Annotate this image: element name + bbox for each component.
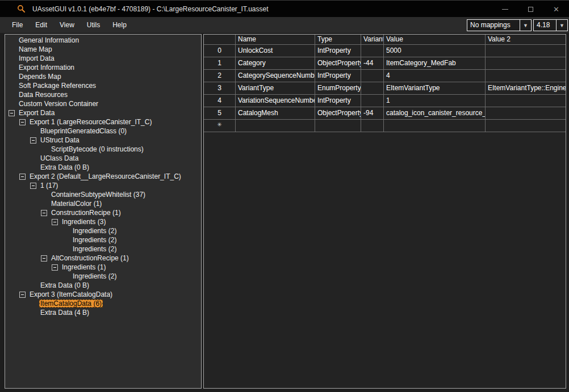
tree-item[interactable]: General Information xyxy=(5,36,201,45)
collapse-minus-icon[interactable] xyxy=(52,219,58,225)
minimize-button[interactable] xyxy=(492,1,518,18)
cell-variant[interactable] xyxy=(361,45,384,57)
tree-item[interactable]: Extra Data (0 B) xyxy=(5,281,201,290)
cell-name[interactable]: VariationSequenceNumber xyxy=(236,95,315,107)
column-header[interactable] xyxy=(204,35,236,45)
tree-item[interactable]: ConstructionRecipe (1) xyxy=(5,208,201,217)
tree-item[interactable]: ContainerSubtypeWhitelist (37) xyxy=(5,190,201,199)
maximize-button[interactable] xyxy=(518,1,543,18)
collapse-minus-icon[interactable] xyxy=(19,119,26,125)
row-header[interactable]: 5 xyxy=(204,107,236,120)
tree-item[interactable]: AltConstructionRecipe (1) xyxy=(5,254,201,263)
tree-item[interactable]: Export 1 (LargeResourceCanister_IT_C) xyxy=(5,117,201,127)
cell-value[interactable]: EItemVariantType xyxy=(384,82,486,95)
cell-type[interactable]: IntProperty xyxy=(315,45,361,57)
close-button[interactable]: ✕ xyxy=(543,1,569,18)
cell-type[interactable]: IntProperty xyxy=(315,70,361,82)
new-row[interactable]: ✳ xyxy=(204,120,566,132)
tree-item[interactable]: Ingredients (2) xyxy=(5,235,201,245)
row-header[interactable]: 4 xyxy=(204,95,236,107)
menu-file[interactable]: File xyxy=(6,18,29,32)
cell-name[interactable]: Category xyxy=(236,57,315,70)
cell-value2[interactable]: EItemVariantType::Engineer xyxy=(486,82,566,95)
cell-empty[interactable] xyxy=(236,120,315,132)
cell-variant[interactable] xyxy=(361,95,384,107)
tree-item[interactable]: Custom Version Container xyxy=(5,99,201,108)
mappings-dropdown[interactable]: No mappings ▼ xyxy=(467,19,532,31)
tree-item[interactable]: Extra Data (4 B) xyxy=(5,308,201,317)
cell-variant[interactable] xyxy=(361,70,384,82)
cell-value2[interactable] xyxy=(486,70,566,82)
chevron-down-icon[interactable]: ▼ xyxy=(556,20,567,31)
engine-version-dropdown[interactable]: 4.18 ▼ xyxy=(533,19,568,31)
tree-item[interactable]: ItemCatalogData (6) xyxy=(5,299,201,308)
cell-empty[interactable] xyxy=(361,120,384,132)
cell-value2[interactable] xyxy=(486,45,566,57)
tree-item[interactable]: Ingredients (2) xyxy=(5,272,201,281)
tree-item[interactable]: Export 3 (ItemCatalogData) xyxy=(5,290,201,299)
cell-value2[interactable] xyxy=(486,57,566,70)
tree-item[interactable]: Import Data xyxy=(5,54,201,63)
cell-empty[interactable] xyxy=(315,120,361,132)
tree-item[interactable]: Export Information xyxy=(5,63,201,72)
column-header[interactable]: Type xyxy=(315,35,361,45)
row-header[interactable]: 0 xyxy=(204,45,236,57)
column-header[interactable]: Value xyxy=(384,35,486,45)
cell-variant[interactable]: -94 xyxy=(361,107,384,120)
row-header[interactable]: 1 xyxy=(204,57,236,70)
collapse-minus-icon[interactable] xyxy=(9,110,15,116)
column-header[interactable]: Name xyxy=(236,35,315,45)
collapse-minus-icon[interactable] xyxy=(30,183,36,189)
tree-item[interactable]: Depends Map xyxy=(5,72,201,81)
tree-item[interactable]: ScriptBytecode (0 instructions) xyxy=(5,145,201,154)
cell-type[interactable]: ObjectProperty xyxy=(315,57,361,70)
cell-type[interactable]: IntProperty xyxy=(315,95,361,107)
tree-item[interactable]: Ingredients (1) xyxy=(5,263,201,272)
cell-empty[interactable] xyxy=(384,120,486,132)
cell-name[interactable]: CategorySequenceNumber xyxy=(236,70,315,82)
chevron-down-icon[interactable]: ▼ xyxy=(520,20,531,31)
collapse-minus-icon[interactable] xyxy=(41,255,47,262)
tree-item[interactable]: UClass Data xyxy=(5,154,201,163)
collapse-minus-icon[interactable] xyxy=(30,137,36,144)
collapse-minus-icon[interactable] xyxy=(41,210,47,216)
cell-value2[interactable] xyxy=(486,95,566,107)
tree-item[interactable]: Soft Package References xyxy=(5,81,201,90)
cell-type[interactable]: ObjectProperty xyxy=(315,107,361,120)
cell-value[interactable]: 4 xyxy=(384,70,486,82)
tree-item[interactable]: Export 2 (Default__LargeResourceCanister… xyxy=(5,172,201,181)
row-header[interactable]: 2 xyxy=(204,70,236,82)
tree-item[interactable]: BlueprintGeneratedClass (0) xyxy=(5,127,201,136)
column-header[interactable]: Value 2 xyxy=(486,35,566,45)
cell-value[interactable]: 5000 xyxy=(384,45,486,57)
tree-item[interactable]: 1 (17) xyxy=(5,181,201,190)
collapse-minus-icon[interactable] xyxy=(19,174,26,180)
menu-utils[interactable]: Utils xyxy=(81,18,106,32)
collapse-minus-icon[interactable] xyxy=(19,292,26,298)
tree-item[interactable]: Data Resources xyxy=(5,90,201,99)
cell-type[interactable]: EnumProperty xyxy=(315,82,361,95)
cell-value[interactable]: catalog_icon_canister_resource_T3 xyxy=(384,107,486,120)
tree-item[interactable]: Name Map xyxy=(5,45,201,54)
cell-value[interactable]: ItemCategory_MedFab xyxy=(384,57,486,70)
menu-edit[interactable]: Edit xyxy=(29,18,53,32)
cell-name[interactable]: UnlockCost xyxy=(236,45,315,57)
cell-variant[interactable]: -44 xyxy=(361,57,384,70)
tree-item[interactable]: MaterialColor (1) xyxy=(5,199,201,208)
cell-variant[interactable] xyxy=(361,82,384,95)
tree-item[interactable]: Export Data xyxy=(5,108,201,117)
cell-empty[interactable] xyxy=(486,120,566,132)
collapse-minus-icon[interactable] xyxy=(52,264,58,271)
tree-item[interactable]: Ingredients (2) xyxy=(5,245,201,254)
cell-value2[interactable] xyxy=(486,107,566,120)
tree-item[interactable]: Ingredients (2) xyxy=(5,226,201,235)
tree-item[interactable]: UStruct Data xyxy=(5,136,201,145)
cell-value[interactable]: 1 xyxy=(384,95,486,107)
row-header[interactable]: 3 xyxy=(204,82,236,95)
tree-item[interactable]: Extra Data (0 B) xyxy=(5,163,201,172)
column-header[interactable]: Variant xyxy=(361,35,384,45)
menu-view[interactable]: View xyxy=(53,18,81,32)
cell-name[interactable]: CatalogMesh xyxy=(236,107,315,120)
tree-item[interactable]: Ingredients (3) xyxy=(5,217,201,226)
cell-name[interactable]: VariantType xyxy=(236,82,315,95)
